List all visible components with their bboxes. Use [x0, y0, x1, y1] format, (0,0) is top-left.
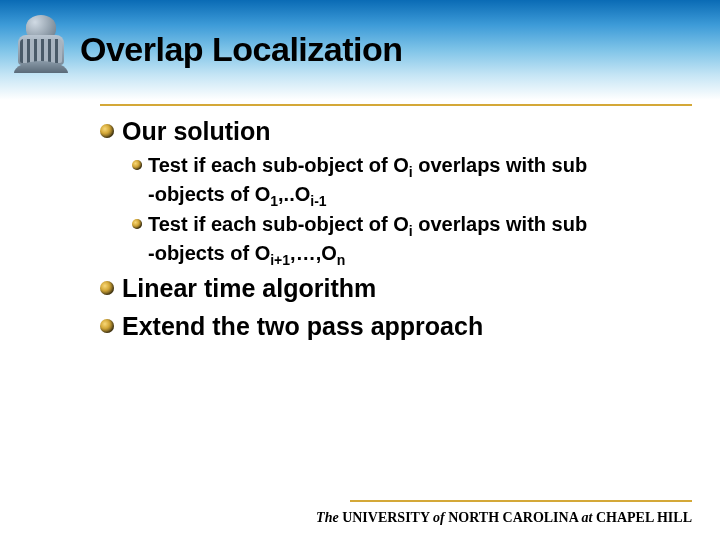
bullet-icon — [132, 160, 142, 170]
bullet-text: Linear time algorithm — [122, 273, 376, 304]
bullet-icon — [132, 219, 142, 229]
bullet-our-solution: Our solution — [100, 116, 680, 147]
subbullet-text: Test if each sub-object of Oi overlaps w… — [148, 153, 587, 210]
bullet-text: Extend the two pass approach — [122, 311, 483, 342]
slide-title: Overlap Localization — [80, 30, 403, 69]
bullet-icon — [100, 124, 114, 138]
title-divider — [100, 104, 692, 106]
unc-well-logo — [12, 15, 70, 73]
subbullet-test-2: Test if each sub-object of Oi overlaps w… — [132, 212, 680, 269]
footer-text: The UNIVERSITY of NORTH CAROLINA at CHAP… — [316, 510, 692, 526]
bullet-extend-approach: Extend the two pass approach — [100, 311, 680, 342]
subbullet-text: Test if each sub-object of Oi overlaps w… — [148, 212, 587, 269]
bullet-icon — [100, 281, 114, 295]
footer-divider — [350, 500, 692, 502]
slide-body: Our solution Test if each sub-object of … — [100, 116, 680, 348]
bullet-linear-time: Linear time algorithm — [100, 273, 680, 304]
bullet-icon — [100, 319, 114, 333]
bullet-text: Our solution — [122, 116, 271, 147]
subbullet-test-1: Test if each sub-object of Oi overlaps w… — [132, 153, 680, 210]
